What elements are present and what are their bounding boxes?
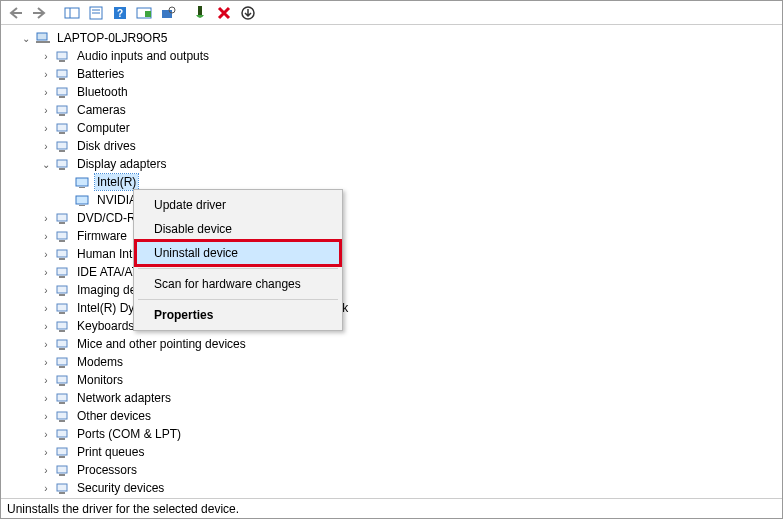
- scan-hardware-button[interactable]: [157, 3, 179, 23]
- chevron-right-icon[interactable]: ›: [39, 229, 53, 243]
- category-node[interactable]: › Imaging de: [7, 281, 782, 299]
- category-node[interactable]: › Batteries: [7, 65, 782, 83]
- ctx-separator: [138, 268, 338, 269]
- category-label: Mice and other pointing devices: [75, 336, 248, 352]
- chevron-right-icon[interactable]: ›: [39, 427, 53, 441]
- svg-rect-11: [198, 6, 202, 15]
- chevron-right-icon[interactable]: ›: [39, 139, 53, 153]
- category-node[interactable]: › Modems: [7, 353, 782, 371]
- category-node[interactable]: › Print queues: [7, 443, 782, 461]
- chevron-right-icon[interactable]: ›: [39, 211, 53, 225]
- category-icon: [55, 210, 71, 226]
- chevron-right-icon[interactable]: ›: [39, 67, 53, 81]
- category-node[interactable]: › Bluetooth: [7, 83, 782, 101]
- category-node[interactable]: › Network adapters: [7, 389, 782, 407]
- forward-arrow-icon: [32, 6, 48, 20]
- chevron-right-icon[interactable]: ›: [39, 391, 53, 405]
- chevron-right-icon[interactable]: ›: [39, 463, 53, 477]
- category-node[interactable]: › Other devices: [7, 407, 782, 425]
- category-node[interactable]: › Processors: [7, 461, 782, 479]
- svg-rect-64: [59, 492, 65, 494]
- category-label: Computer: [75, 120, 132, 136]
- category-label: DVD/CD-R: [75, 210, 138, 226]
- update-icon: [136, 6, 152, 20]
- category-node[interactable]: ⌄ Display adapters: [7, 155, 782, 173]
- svg-rect-29: [76, 178, 88, 186]
- svg-rect-47: [57, 340, 67, 347]
- device-label: Intel(R): [95, 174, 138, 190]
- chevron-right-icon[interactable]: ›: [39, 373, 53, 387]
- category-icon: [55, 462, 71, 478]
- category-label: Print queues: [75, 444, 146, 460]
- svg-rect-40: [59, 276, 65, 278]
- svg-rect-20: [59, 96, 65, 98]
- svg-rect-62: [59, 474, 65, 476]
- category-node[interactable]: › Human Int: [7, 245, 782, 263]
- ctx-update-driver[interactable]: Update driver: [136, 193, 340, 217]
- category-node[interactable]: › Keyboards: [7, 317, 782, 335]
- category-label: Monitors: [75, 372, 125, 388]
- back-button[interactable]: [5, 3, 27, 23]
- ctx-uninstall-device[interactable]: Uninstall device: [136, 241, 340, 265]
- svg-rect-0: [65, 8, 79, 18]
- category-node[interactable]: › Firmware: [7, 227, 782, 245]
- uninstall-x-button[interactable]: [213, 3, 235, 23]
- ctx-disable-device[interactable]: Disable device: [136, 217, 340, 241]
- category-node[interactable]: › DVD/CD-R: [7, 209, 782, 227]
- category-label: Network adapters: [75, 390, 173, 406]
- update-driver-button[interactable]: [133, 3, 155, 23]
- device-node[interactable]: NVIDIA: [7, 191, 782, 209]
- root-node[interactable]: ⌄ LAPTOP-0LJR9OR5: [7, 29, 782, 47]
- svg-rect-36: [59, 240, 65, 242]
- category-node[interactable]: › Ports (COM & LPT): [7, 425, 782, 443]
- svg-rect-55: [57, 412, 67, 419]
- device-tree-scroll[interactable]: ⌄ LAPTOP-0LJR9OR5 › Audio inputs and out…: [1, 25, 782, 498]
- category-icon: [55, 48, 71, 64]
- chevron-right-icon[interactable]: ›: [39, 103, 53, 117]
- chevron-right-icon[interactable]: ›: [39, 355, 53, 369]
- category-node[interactable]: › Mice and other pointing devices: [7, 335, 782, 353]
- chevron-right-icon[interactable]: ›: [39, 301, 53, 315]
- chevron-down-icon[interactable]: ⌄: [39, 157, 53, 171]
- help-button[interactable]: ?: [109, 3, 131, 23]
- svg-rect-52: [59, 384, 65, 386]
- chevron-down-icon[interactable]: ⌄: [19, 31, 33, 45]
- svg-rect-58: [59, 438, 65, 440]
- category-node[interactable]: › Monitors: [7, 371, 782, 389]
- category-node[interactable]: › Disk drives: [7, 137, 782, 155]
- help-icon: ?: [112, 5, 128, 21]
- svg-rect-44: [59, 312, 65, 314]
- chevron-right-icon[interactable]: ›: [39, 283, 53, 297]
- device-node[interactable]: Intel(R): [7, 173, 782, 191]
- ctx-scan-hardware[interactable]: Scan for hardware changes: [136, 272, 340, 296]
- category-node[interactable]: › Security devices: [7, 479, 782, 497]
- display-adapter-icon: [75, 192, 91, 208]
- ctx-properties[interactable]: Properties: [136, 303, 340, 327]
- legacy-add-button[interactable]: [237, 3, 259, 23]
- category-node[interactable]: › Audio inputs and outputs: [7, 47, 782, 65]
- status-bar: Uninstalls the driver for the selected d…: [1, 498, 782, 518]
- properties-button[interactable]: [85, 3, 107, 23]
- category-node[interactable]: › Computer: [7, 119, 782, 137]
- svg-rect-34: [59, 222, 65, 224]
- chevron-right-icon[interactable]: ›: [39, 337, 53, 351]
- enable-device-button[interactable]: [189, 3, 211, 23]
- chevron-right-icon[interactable]: ›: [39, 265, 53, 279]
- chevron-right-icon[interactable]: ›: [39, 481, 53, 495]
- category-node[interactable]: › Intel(R) Dynamic Platform and Thermal …: [7, 299, 782, 317]
- status-text: Uninstalls the driver for the selected d…: [7, 502, 239, 516]
- chevron-right-icon[interactable]: ›: [39, 85, 53, 99]
- svg-rect-19: [57, 88, 67, 95]
- category-node[interactable]: › IDE ATA/AT: [7, 263, 782, 281]
- show-hidden-button[interactable]: [61, 3, 83, 23]
- chevron-right-icon[interactable]: ›: [39, 319, 53, 333]
- forward-button[interactable]: [29, 3, 51, 23]
- chevron-right-icon[interactable]: ›: [39, 49, 53, 63]
- device-tree-area: ⌄ LAPTOP-0LJR9OR5 › Audio inputs and out…: [1, 25, 782, 498]
- category-icon: [55, 120, 71, 136]
- chevron-right-icon[interactable]: ›: [39, 121, 53, 135]
- category-node[interactable]: › Cameras: [7, 101, 782, 119]
- chevron-right-icon[interactable]: ›: [39, 247, 53, 261]
- chevron-right-icon[interactable]: ›: [39, 445, 53, 459]
- chevron-right-icon[interactable]: ›: [39, 409, 53, 423]
